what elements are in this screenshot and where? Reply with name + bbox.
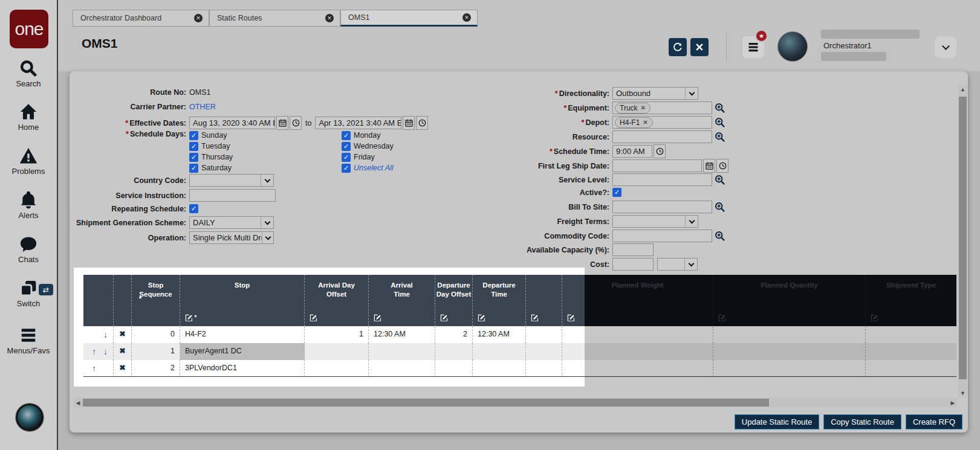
arrival-time-cell[interactable]: [369, 343, 435, 360]
arrival-time-cell[interactable]: 12:30 AM: [369, 326, 435, 343]
blank-cell[interactable]: [526, 360, 562, 377]
active-checkbox[interactable]: ✓: [612, 188, 621, 197]
schedule-day-monday[interactable]: ✓Monday: [342, 130, 394, 141]
tab-close-icon[interactable]: ✕: [194, 14, 203, 22]
service-instruction-input[interactable]: [189, 189, 276, 202]
user-avatar[interactable]: [777, 31, 808, 62]
lookup-magnifier-icon[interactable]: [715, 103, 725, 114]
stop-sequence-cell[interactable]: 0: [132, 326, 180, 343]
depot-tokenbox[interactable]: H4-F1✕: [612, 116, 712, 129]
sidebar-item-menus-favs[interactable]: Menus/Favs: [0, 326, 57, 355]
tab-close-icon[interactable]: ✕: [462, 13, 471, 22]
calendar-icon[interactable]: [703, 159, 715, 173]
edit-column-icon[interactable]: [310, 314, 317, 322]
departure-day-offset-cell[interactable]: [435, 360, 473, 377]
schedule-time-input[interactable]: 9:00 AM: [612, 145, 652, 158]
vertical-scrollbar-thumb[interactable]: [959, 97, 967, 379]
clock-icon[interactable]: [290, 116, 302, 130]
create-rfq-button[interactable]: Create RFQ: [906, 414, 962, 429]
sidebar-item-home[interactable]: Home: [0, 103, 57, 132]
checkbox-checked[interactable]: ✓: [342, 164, 351, 173]
edit-column-icon[interactable]: [567, 314, 575, 322]
blank-cell[interactable]: [526, 326, 562, 343]
scroll-down-icon[interactable]: ▼: [958, 388, 967, 397]
departure-day-offset-cell[interactable]: [435, 343, 473, 360]
user-dropdown-button[interactable]: [935, 36, 956, 58]
arrival-day-offset-cell[interactable]: 1: [305, 326, 369, 343]
checkbox-checked[interactable]: ✓: [342, 153, 351, 162]
stop-cell-selected[interactable]: BuyerAgent1 DC: [180, 343, 305, 360]
available-capacity-input[interactable]: [612, 243, 654, 256]
clock-icon[interactable]: [654, 144, 666, 158]
copy-static-route-button[interactable]: Copy Static Route: [823, 414, 901, 429]
country-code-select[interactable]: [189, 174, 274, 187]
lookup-magnifier-icon[interactable]: [715, 175, 725, 185]
arrival-time-cell[interactable]: [369, 360, 435, 377]
delete-row-icon[interactable]: ✖: [114, 343, 132, 360]
sidebar-item-alerts[interactable]: Alerts: [0, 191, 57, 220]
directionality-select[interactable]: Outbound: [612, 87, 698, 100]
departure-day-offset-cell[interactable]: 2: [435, 326, 473, 343]
lookup-magnifier-icon[interactable]: [715, 132, 725, 143]
clock-icon[interactable]: [716, 159, 729, 173]
schedule-day-saturday[interactable]: ✓Saturday: [189, 162, 342, 173]
move-up-icon[interactable]: ↑: [89, 344, 99, 360]
shipment-generation-scheme-select[interactable]: DAILY: [189, 216, 274, 229]
scroll-left-icon[interactable]: ◀: [74, 398, 82, 407]
lookup-magnifier-icon[interactable]: [715, 231, 725, 242]
cost-currency-select[interactable]: [657, 258, 698, 271]
resource-input[interactable]: [612, 130, 712, 143]
scroll-up-icon[interactable]: ▲: [958, 85, 967, 94]
delete-row-icon[interactable]: ✖: [114, 360, 132, 377]
checkbox-checked[interactable]: ✓: [189, 153, 198, 162]
schedule-day-friday[interactable]: ✓Friday: [342, 152, 394, 162]
unselect-all[interactable]: ✓Unselect All: [342, 162, 394, 173]
calendar-icon[interactable]: [403, 116, 415, 130]
tab-close-icon[interactable]: ✕: [325, 14, 334, 22]
sidebar-item-problems[interactable]: Problems: [0, 147, 57, 176]
effective-date-to-input[interactable]: Apr 13, 2021 3:40 AM EDT: [315, 117, 401, 129]
tab-orchestrator-dashboard[interactable]: Orchestrator Dashboard ✕: [73, 10, 209, 27]
sort-ascending-icon[interactable]: ▲: [138, 294, 143, 300]
departure-time-cell[interactable]: [473, 343, 526, 360]
operation-select[interactable]: Single Pick Multi Drop: [189, 231, 274, 244]
calendar-icon[interactable]: [276, 116, 288, 130]
first-leg-ship-date-input[interactable]: [612, 159, 702, 172]
checkbox-checked[interactable]: ✓: [189, 142, 198, 151]
equipment-chip[interactable]: Truck✕: [615, 103, 651, 114]
scroll-right-icon[interactable]: ▶: [949, 398, 957, 407]
departure-time-cell[interactable]: 12:30 AM: [473, 326, 526, 343]
arrival-day-offset-cell[interactable]: [305, 360, 369, 377]
assistant-avatar[interactable]: [16, 403, 44, 431]
checkbox-checked[interactable]: ✓: [342, 142, 351, 151]
switch-badge-icon[interactable]: ⇄: [39, 284, 53, 295]
move-up-icon[interactable]: ↑: [89, 361, 99, 377]
update-static-route-button[interactable]: Update Static Route: [735, 414, 819, 429]
equipment-tokenbox[interactable]: Truck✕: [612, 101, 712, 114]
horizontal-scrollbar-thumb[interactable]: [83, 399, 769, 407]
depot-chip[interactable]: H4-F1✕: [615, 117, 653, 128]
checkbox-checked[interactable]: ✓: [342, 131, 351, 140]
stop-cell[interactable]: 3PLVendorDC1: [180, 360, 305, 377]
service-level-input[interactable]: [612, 173, 712, 186]
bill-to-site-input[interactable]: [612, 201, 712, 213]
col-arrival-day-offset[interactable]: Arrival Day Offset: [305, 275, 369, 326]
schedule-day-wednesday[interactable]: ✓Wednesday: [342, 141, 394, 152]
commodity-code-input[interactable]: [612, 230, 712, 242]
tab-static-routes[interactable]: Static Routes ✕: [209, 10, 340, 27]
effective-date-from-input[interactable]: Aug 13, 2020 3:40 AM EDT: [189, 117, 275, 129]
lookup-magnifier-icon[interactable]: [715, 117, 725, 128]
col-departure-time[interactable]: Departure Time: [473, 275, 526, 326]
carrier-partner-link[interactable]: OTHER: [189, 103, 216, 111]
move-down-icon[interactable]: ↓: [101, 344, 110, 360]
refresh-button[interactable]: [669, 38, 687, 56]
edit-column-icon[interactable]: [478, 314, 485, 322]
checkbox-checked[interactable]: ✓: [189, 164, 198, 173]
repeating-schedule-checkbox[interactable]: ✓: [189, 204, 198, 213]
schedule-day-tuesday[interactable]: ✓Tuesday: [189, 141, 342, 152]
freight-terms-select[interactable]: [612, 215, 698, 228]
edit-column-icon[interactable]: [185, 314, 193, 322]
sidebar-item-chats[interactable]: Chats: [0, 235, 57, 264]
col-blank[interactable]: [526, 275, 562, 326]
move-down-icon[interactable]: ↓: [101, 327, 110, 343]
